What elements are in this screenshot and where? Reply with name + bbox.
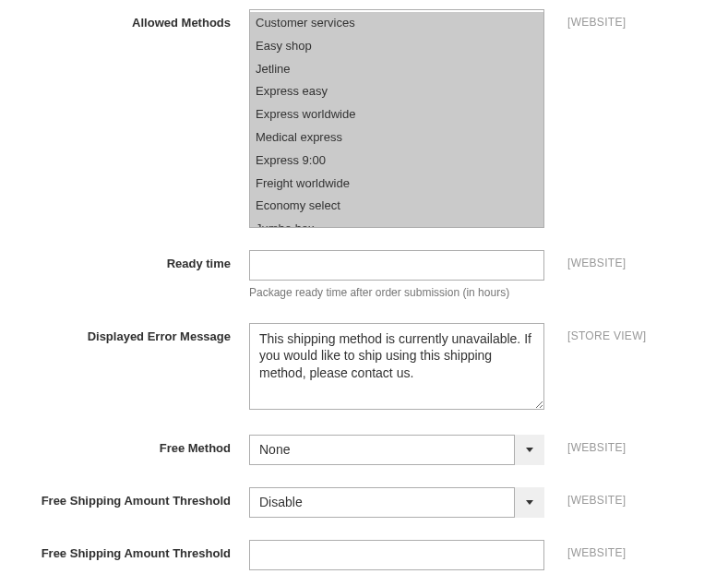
ready-time-input[interactable] xyxy=(249,250,544,281)
scope-badge: [WEBSITE] xyxy=(544,540,626,559)
scope-badge: [WEBSITE] xyxy=(544,250,626,269)
multiselect-option[interactable]: Easy shop xyxy=(250,35,543,58)
scope-badge: [STORE VIEW] xyxy=(544,323,646,342)
multiselect-option[interactable]: Express easy xyxy=(250,80,543,103)
displayed-error-message-control: This shipping method is currently unavai… xyxy=(249,323,544,413)
free-method-label: Free Method xyxy=(18,435,249,455)
multiselect-option[interactable]: Customer services xyxy=(250,12,543,35)
multiselect-option[interactable]: Jetline xyxy=(250,58,543,81)
field-ready-time: Ready time Package ready time after orde… xyxy=(18,250,710,301)
multiselect-option[interactable]: Freight worldwide xyxy=(250,173,543,196)
multiselect-option[interactable]: Jumbo box xyxy=(250,218,543,228)
displayed-error-message-label: Displayed Error Message xyxy=(18,323,249,343)
select-wrap: Disable xyxy=(249,487,544,518)
ready-time-label: Ready time xyxy=(18,250,249,270)
field-allowed-methods: Allowed Methods Customer services Easy s… xyxy=(18,9,710,228)
free-shipping-threshold-value-label: Free Shipping Amount Threshold xyxy=(18,540,249,560)
free-shipping-threshold-value-input[interactable] xyxy=(249,540,544,570)
allowed-methods-control: Customer services Easy shop Jetline Expr… xyxy=(249,9,544,228)
free-shipping-threshold-toggle-control: Disable xyxy=(249,487,544,518)
multiselect-option[interactable]: Express 9:00 xyxy=(250,149,543,173)
free-method-control: None xyxy=(249,435,544,465)
free-shipping-threshold-value-control xyxy=(249,540,544,570)
field-displayed-error-message: Displayed Error Message This shipping me… xyxy=(18,323,710,413)
free-method-select[interactable]: None xyxy=(249,435,544,465)
field-free-shipping-threshold-toggle: Free Shipping Amount Threshold Disable [… xyxy=(18,487,710,518)
field-free-shipping-threshold-value: Free Shipping Amount Threshold [WEBSITE] xyxy=(18,540,710,570)
allowed-methods-label: Allowed Methods xyxy=(18,9,249,30)
scope-badge: [WEBSITE] xyxy=(544,487,626,507)
field-free-method: Free Method None [WEBSITE] xyxy=(18,435,710,465)
scope-badge: [WEBSITE] xyxy=(544,435,626,454)
multiselect-option[interactable]: Express worldwide xyxy=(250,103,543,126)
ready-time-control: Package ready time after order submissio… xyxy=(249,250,544,301)
select-wrap: None xyxy=(249,435,544,465)
multiselect-option[interactable]: Medical express xyxy=(250,126,543,149)
multiselect-option[interactable]: Economy select xyxy=(250,195,543,218)
free-shipping-threshold-toggle-select[interactable]: Disable xyxy=(249,487,544,518)
displayed-error-message-textarea[interactable]: This shipping method is currently unavai… xyxy=(249,323,544,410)
free-shipping-threshold-toggle-label: Free Shipping Amount Threshold xyxy=(18,487,249,508)
scope-badge: [WEBSITE] xyxy=(544,9,626,29)
allowed-methods-multiselect[interactable]: Customer services Easy shop Jetline Expr… xyxy=(249,9,544,228)
ready-time-hint: Package ready time after order submissio… xyxy=(249,286,544,301)
